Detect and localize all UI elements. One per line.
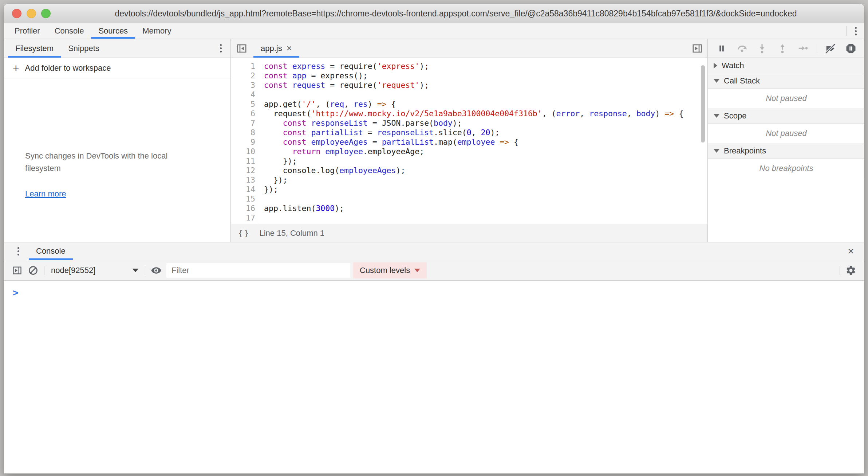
editor-status-bar: {} Line 15, Column 1 (231, 224, 707, 242)
navigator-tab-bar: Filesystem Snippets (4, 39, 230, 58)
section-scope[interactable]: Scope (708, 108, 864, 124)
console-prompt-icon: > (13, 287, 19, 298)
execution-context-label: node[92552] (51, 266, 95, 275)
step-over-button[interactable] (733, 41, 751, 56)
console-toolbar: node[92552] Custom levels (4, 260, 864, 281)
call-stack-message: Not paused (708, 89, 864, 108)
devtools-window: devtools://devtools/bundled/js_app.html?… (4, 4, 864, 474)
custom-levels-dropdown[interactable]: Custom levels (353, 262, 427, 278)
learn-more-link[interactable]: Learn more (25, 189, 66, 199)
pause-script-button[interactable] (712, 41, 731, 56)
console-settings-gear-icon[interactable] (843, 263, 859, 278)
toolbar-divider (846, 26, 847, 36)
expanded-arrow-icon (714, 79, 719, 83)
tab-console-label: Console (55, 26, 84, 36)
scope-label: Scope (724, 111, 746, 121)
section-call-stack[interactable]: Call Stack (708, 73, 864, 89)
tab-memory-label: Memory (142, 26, 171, 36)
toolbar-divider (44, 266, 44, 275)
close-tab-icon[interactable]: × (287, 43, 292, 53)
console-output[interactable]: > (4, 281, 864, 474)
hide-navigator-icon[interactable] (235, 42, 248, 55)
expanded-arrow-icon (714, 114, 719, 118)
tab-sources-label: Sources (98, 26, 128, 36)
scope-message: Not paused (708, 124, 864, 143)
plus-icon: + (13, 63, 19, 74)
tab-app-js-label: app.js (261, 44, 282, 53)
clear-console-icon[interactable] (25, 263, 41, 278)
tab-drawer-console[interactable]: Console (29, 242, 73, 260)
tab-sources[interactable]: Sources (91, 23, 135, 39)
close-drawer-icon[interactable]: × (844, 246, 858, 257)
main-menu-icon[interactable] (849, 25, 862, 37)
tab-app-js[interactable]: app.js × (253, 39, 299, 58)
debugger-pane: Watch Call Stack Not paused Scope Not pa… (707, 39, 864, 242)
sources-panel: Filesystem Snippets + Add folder to work… (4, 39, 864, 242)
drawer-tab-bar: Console × (4, 242, 864, 260)
drawer-menu-icon[interactable] (12, 245, 24, 257)
expanded-arrow-icon (714, 149, 719, 153)
debugger-toolbar (708, 39, 864, 58)
navigator-menu-icon[interactable] (214, 42, 227, 55)
editor-pane: app.js × 1234567891011121314151617 const… (231, 39, 707, 242)
show-console-sidebar-icon[interactable] (9, 263, 25, 278)
chevron-down-icon (414, 269, 420, 272)
console-prompt-row[interactable]: > (4, 281, 864, 298)
tab-profiler-label: Profiler (15, 26, 40, 36)
toolbar-divider (145, 266, 145, 275)
section-watch[interactable]: Watch (708, 58, 864, 73)
pretty-print-button[interactable]: {} (238, 229, 250, 238)
tab-snippets-label: Snippets (68, 44, 99, 53)
tab-profiler[interactable]: Profiler (7, 23, 47, 39)
zoom-window-button[interactable] (41, 9, 51, 18)
line-numbers[interactable]: 1234567891011121314151617 (231, 58, 259, 224)
breakpoints-label: Breakpoints (724, 146, 766, 156)
tab-filesystem[interactable]: Filesystem (8, 39, 61, 58)
pause-on-exceptions-button[interactable] (841, 41, 860, 56)
live-expression-eye-icon[interactable] (148, 263, 164, 278)
breakpoints-message: No breakpoints (708, 159, 864, 178)
chevron-down-icon (133, 269, 138, 272)
drawer-console-label: Console (36, 246, 66, 256)
step-into-button[interactable] (753, 41, 772, 56)
tab-memory[interactable]: Memory (135, 23, 178, 39)
custom-levels-label: Custom levels (360, 266, 410, 275)
collapsed-arrow-icon (714, 63, 717, 69)
debugger-toolbar-divider (817, 44, 817, 53)
add-folder-button[interactable]: + Add folder to workspace (4, 58, 230, 78)
call-stack-label: Call Stack (724, 76, 760, 86)
tab-snippets[interactable]: Snippets (61, 39, 107, 58)
step-button[interactable] (793, 41, 812, 56)
navigator-pane: Filesystem Snippets + Add folder to work… (4, 39, 231, 242)
editor-tab-bar: app.js × (231, 39, 707, 58)
titlebar: devtools://devtools/bundled/js_app.html?… (4, 4, 864, 23)
editor-scrollbar-thumb[interactable] (701, 65, 705, 143)
main-tab-bar: Profiler Console Sources Memory (4, 23, 864, 39)
cursor-position: Line 15, Column 1 (260, 229, 325, 238)
sync-message: Sync changes in DevTools with the local … (25, 150, 193, 175)
traffic-lights (12, 4, 51, 23)
console-filter-input[interactable] (166, 263, 350, 278)
deactivate-breakpoints-button[interactable] (821, 41, 840, 56)
window-title: devtools://devtools/bundled/js_app.html?… (4, 9, 864, 19)
code-editor[interactable]: 1234567891011121314151617 const express … (231, 58, 707, 224)
execution-context-selector[interactable]: node[92552] (47, 263, 142, 278)
minimize-window-button[interactable] (27, 9, 36, 18)
close-window-button[interactable] (12, 9, 21, 18)
tab-filesystem-label: Filesystem (15, 44, 54, 53)
navigator-empty-state: Sync changes in DevTools with the local … (4, 150, 230, 199)
toolbar-divider (840, 266, 840, 275)
watch-label: Watch (722, 61, 744, 70)
section-breakpoints[interactable]: Breakpoints (708, 143, 864, 159)
tab-console[interactable]: Console (47, 23, 91, 39)
code-lines[interactable]: const express = require('express');const… (260, 58, 707, 224)
console-drawer: Console × node[92552] Custom leve (4, 242, 864, 474)
add-folder-label: Add folder to workspace (25, 63, 111, 73)
show-debugger-icon[interactable] (691, 42, 704, 55)
step-out-button[interactable] (773, 41, 792, 56)
